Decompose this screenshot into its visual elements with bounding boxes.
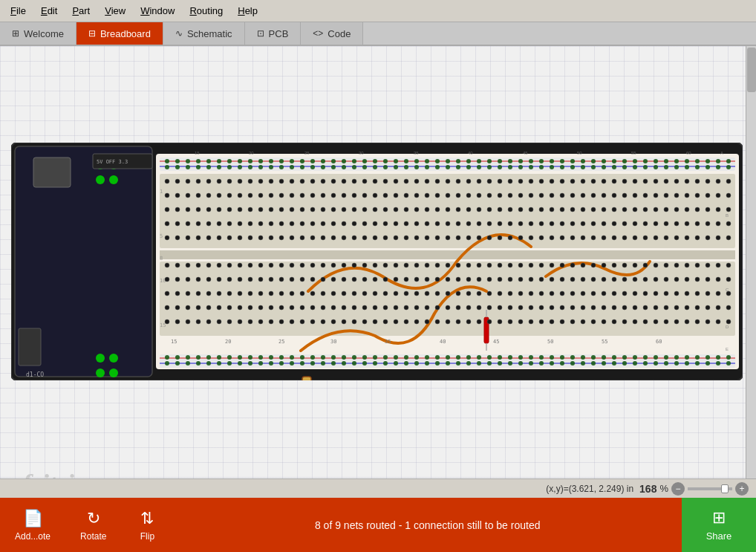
svg-point-230	[466, 355, 471, 360]
svg-point-276	[591, 159, 596, 163]
svg-point-278	[591, 355, 596, 360]
svg-point-863	[633, 319, 637, 324]
svg-point-713	[425, 305, 429, 310]
menu-window[interactable]: Window	[133, 2, 182, 19]
menu-file[interactable]: File	[3, 2, 33, 19]
svg-point-410	[570, 179, 575, 184]
svg-point-481	[362, 277, 367, 282]
svg-point-366	[342, 179, 346, 184]
svg-point-356	[290, 179, 294, 184]
svg-point-638	[612, 207, 616, 212]
svg-point-244	[508, 159, 512, 163]
menu-part[interactable]: Part	[65, 2, 97, 19]
svg-point-528	[612, 193, 616, 198]
svg-point-406	[550, 179, 554, 184]
svg-point-185	[352, 165, 356, 169]
svg-point-309	[674, 165, 679, 169]
svg-point-353	[269, 263, 273, 267]
zoom-slider-thumb[interactable]	[721, 484, 729, 493]
svg-point-624	[539, 207, 544, 212]
svg-rect-35	[302, 377, 311, 380]
svg-point-414	[591, 179, 596, 184]
svg-point-408	[560, 179, 564, 184]
svg-point-321	[706, 165, 710, 169]
menu-edit[interactable]: Edit	[33, 2, 65, 19]
svg-point-686	[290, 221, 294, 226]
flip-button[interactable]: ⇅ Flip	[121, 503, 173, 548]
svg-point-440	[726, 179, 731, 184]
menu-view[interactable]: View	[97, 2, 133, 19]
svg-point-695	[331, 305, 336, 310]
menu-routing[interactable]: Routing	[182, 2, 230, 19]
svg-point-801	[310, 319, 315, 324]
svg-point-396	[498, 179, 502, 184]
svg-point-124	[196, 159, 201, 163]
svg-point-623	[529, 291, 533, 296]
svg-point-192	[373, 159, 377, 163]
svg-point-733	[529, 305, 533, 310]
svg-point-461	[258, 277, 263, 282]
svg-point-586	[342, 207, 346, 212]
svg-point-302	[654, 355, 658, 360]
welcome-icon: ⊞	[12, 28, 19, 39]
rotate-button[interactable]: ↻ Rotate	[65, 503, 121, 548]
svg-point-11	[109, 354, 118, 363]
svg-point-176	[331, 159, 336, 163]
svg-point-295	[633, 361, 637, 366]
right-scrollbar[interactable]	[746, 46, 756, 514]
svg-point-771	[726, 305, 731, 310]
svg-point-681	[258, 305, 263, 310]
svg-point-386	[446, 179, 450, 184]
svg-point-470	[310, 193, 315, 198]
svg-point-582	[321, 207, 325, 212]
svg-point-727	[498, 305, 502, 310]
svg-point-317	[695, 165, 700, 169]
svg-text:D: D	[726, 325, 729, 329]
svg-point-561	[206, 291, 211, 296]
svg-point-826	[446, 236, 450, 240]
svg-point-750	[622, 221, 627, 226]
svg-point-773	[165, 319, 169, 324]
svg-point-484	[383, 193, 388, 198]
svg-point-182	[342, 355, 346, 360]
zoom-out-button[interactable]: −	[671, 482, 685, 496]
tab-welcome[interactable]: ⊞ Welcome	[0, 22, 76, 45]
tab-code[interactable]: <> Code	[301, 22, 363, 45]
svg-point-186	[352, 355, 356, 360]
svg-point-585	[331, 291, 336, 296]
svg-point-502	[477, 193, 481, 198]
tab-pcb[interactable]: ⊡ PCB	[245, 22, 302, 45]
svg-point-223	[446, 361, 450, 366]
scrollbar-thumb[interactable]	[747, 48, 756, 92]
svg-point-184	[352, 159, 356, 163]
svg-point-556	[186, 207, 190, 212]
svg-point-791	[258, 319, 263, 324]
svg-point-268	[570, 159, 575, 163]
tab-breadboard[interactable]: ⊟ Breadboard	[76, 22, 163, 45]
svg-point-136	[227, 159, 232, 163]
tab-schematic[interactable]: ∿ Schematic	[163, 22, 245, 45]
svg-point-824	[435, 236, 440, 240]
svg-point-553	[165, 291, 169, 296]
menu-help[interactable]: Help	[230, 2, 265, 19]
zoom-slider[interactable]	[688, 487, 732, 490]
svg-point-412	[581, 179, 585, 184]
svg-point-828	[456, 236, 460, 240]
zoom-in-button[interactable]: +	[735, 482, 749, 496]
share-button[interactable]: ⊞ Share	[682, 498, 756, 552]
svg-point-656	[706, 207, 710, 212]
svg-point-661	[726, 291, 731, 296]
svg-point-193	[373, 165, 377, 169]
svg-point-466	[290, 193, 294, 198]
svg-point-465	[279, 277, 284, 282]
add-button[interactable]: 📄 Add...ote	[0, 503, 65, 548]
svg-point-269	[570, 165, 575, 169]
svg-point-622	[529, 207, 533, 212]
svg-point-845	[539, 319, 544, 324]
svg-point-469	[300, 277, 304, 282]
svg-point-876	[706, 236, 710, 240]
svg-point-689	[300, 305, 304, 310]
canvas-area[interactable]: 5V OFF 3.3 d1-CO h5 NE+	[0, 46, 756, 514]
svg-point-628	[560, 207, 564, 212]
svg-point-306	[664, 355, 668, 360]
